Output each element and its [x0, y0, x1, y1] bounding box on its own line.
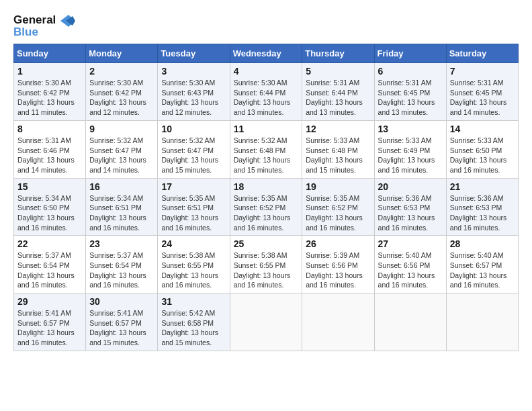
day-info: Sunrise: 5:32 AM Sunset: 6:47 PM Dayligh… [161, 136, 226, 175]
calendar-cell: 10 Sunrise: 5:32 AM Sunset: 6:47 PM Dayl… [158, 120, 230, 178]
day-number: 20 [378, 181, 443, 192]
calendar-cell: 6 Sunrise: 5:31 AM Sunset: 6:45 PM Dayli… [374, 63, 446, 121]
calendar-cell: 13 Sunrise: 5:33 AM Sunset: 6:49 PM Dayl… [374, 120, 446, 178]
calendar-table: SundayMondayTuesdayWednesdayThursdayFrid… [13, 44, 519, 351]
calendar-cell: 2 Sunrise: 5:30 AM Sunset: 6:42 PM Dayli… [86, 63, 158, 121]
calendar-cell: 5 Sunrise: 5:31 AM Sunset: 6:44 PM Dayli… [302, 63, 374, 121]
day-info: Sunrise: 5:33 AM Sunset: 6:48 PM Dayligh… [306, 136, 370, 175]
day-info: Sunrise: 5:38 AM Sunset: 6:55 PM Dayligh… [161, 250, 226, 290]
calendar-cell: 28 Sunrise: 5:40 AM Sunset: 6:57 PM Dayl… [446, 236, 518, 293]
day-number: 26 [306, 238, 370, 249]
calendar-cell: 21 Sunrise: 5:36 AM Sunset: 6:53 PM Dayl… [446, 178, 518, 236]
calendar-cell: 29 Sunrise: 5:41 AM Sunset: 6:57 PM Dayl… [14, 293, 86, 351]
weekday-header-sunday: Sunday [14, 44, 86, 63]
day-number: 17 [161, 181, 226, 192]
day-number: 6 [378, 66, 443, 77]
calendar-cell: 25 Sunrise: 5:38 AM Sunset: 6:55 PM Dayl… [230, 236, 302, 293]
day-number: 24 [161, 238, 226, 249]
weekday-header-tuesday: Tuesday [158, 44, 230, 63]
day-info: Sunrise: 5:39 AM Sunset: 6:56 PM Dayligh… [306, 250, 370, 290]
day-number: 14 [450, 124, 515, 134]
calendar-cell [446, 293, 518, 351]
calendar-cell: 3 Sunrise: 5:30 AM Sunset: 6:43 PM Dayli… [158, 63, 230, 121]
day-info: Sunrise: 5:33 AM Sunset: 6:50 PM Dayligh… [450, 136, 515, 175]
day-number: 28 [450, 238, 515, 249]
calendar-cell: 14 Sunrise: 5:33 AM Sunset: 6:50 PM Dayl… [446, 120, 518, 178]
day-number: 19 [306, 181, 370, 192]
calendar-cell: 19 Sunrise: 5:35 AM Sunset: 6:52 PM Dayl… [302, 178, 374, 236]
day-number: 13 [378, 124, 443, 134]
day-number: 3 [161, 66, 226, 77]
day-info: Sunrise: 5:34 AM Sunset: 6:51 PM Dayligh… [89, 193, 154, 233]
day-number: 23 [89, 238, 154, 249]
day-info: Sunrise: 5:41 AM Sunset: 6:57 PM Dayligh… [17, 308, 82, 348]
day-info: Sunrise: 5:31 AM Sunset: 6:45 PM Dayligh… [378, 78, 443, 118]
day-info: Sunrise: 5:31 AM Sunset: 6:45 PM Dayligh… [450, 78, 515, 118]
day-number: 18 [234, 181, 299, 192]
day-number: 22 [17, 238, 82, 249]
day-number: 31 [161, 296, 226, 307]
calendar-cell: 4 Sunrise: 5:30 AM Sunset: 6:44 PM Dayli… [230, 63, 302, 121]
calendar-cell: 17 Sunrise: 5:35 AM Sunset: 6:51 PM Dayl… [158, 178, 230, 236]
day-info: Sunrise: 5:31 AM Sunset: 6:46 PM Dayligh… [17, 136, 82, 175]
calendar-cell: 8 Sunrise: 5:31 AM Sunset: 6:46 PM Dayli… [14, 120, 86, 178]
day-info: Sunrise: 5:36 AM Sunset: 6:53 PM Dayligh… [450, 193, 515, 233]
day-number: 4 [234, 66, 299, 77]
day-number: 27 [378, 238, 443, 249]
calendar-cell: 23 Sunrise: 5:37 AM Sunset: 6:54 PM Dayl… [86, 236, 158, 293]
day-number: 15 [17, 181, 82, 192]
day-number: 25 [234, 238, 299, 249]
day-info: Sunrise: 5:33 AM Sunset: 6:49 PM Dayligh… [378, 136, 443, 175]
calendar-cell [302, 293, 374, 351]
day-info: Sunrise: 5:35 AM Sunset: 6:51 PM Dayligh… [161, 193, 226, 233]
day-number: 21 [450, 181, 515, 192]
day-number: 12 [306, 124, 370, 134]
calendar-cell: 22 Sunrise: 5:37 AM Sunset: 6:54 PM Dayl… [14, 236, 86, 293]
day-number: 10 [161, 124, 226, 134]
day-number: 5 [306, 66, 370, 77]
day-info: Sunrise: 5:41 AM Sunset: 6:57 PM Dayligh… [89, 308, 154, 348]
day-info: Sunrise: 5:40 AM Sunset: 6:57 PM Dayligh… [450, 250, 515, 290]
day-number: 16 [89, 181, 154, 192]
day-number: 11 [234, 124, 299, 134]
day-info: Sunrise: 5:35 AM Sunset: 6:52 PM Dayligh… [306, 193, 370, 233]
calendar-cell: 31 Sunrise: 5:42 AM Sunset: 6:58 PM Dayl… [158, 293, 230, 351]
day-info: Sunrise: 5:36 AM Sunset: 6:53 PM Dayligh… [378, 193, 443, 233]
logo: General Blue [13, 13, 75, 38]
day-info: Sunrise: 5:37 AM Sunset: 6:54 PM Dayligh… [17, 250, 82, 290]
weekday-header-thursday: Thursday [302, 44, 374, 63]
day-info: Sunrise: 5:35 AM Sunset: 6:52 PM Dayligh… [234, 193, 299, 233]
day-number: 9 [89, 124, 154, 134]
day-info: Sunrise: 5:40 AM Sunset: 6:56 PM Dayligh… [378, 250, 443, 290]
calendar-cell: 11 Sunrise: 5:32 AM Sunset: 6:48 PM Dayl… [230, 120, 302, 178]
calendar-cell: 24 Sunrise: 5:38 AM Sunset: 6:55 PM Dayl… [158, 236, 230, 293]
day-info: Sunrise: 5:32 AM Sunset: 6:47 PM Dayligh… [89, 136, 154, 175]
weekday-header-saturday: Saturday [446, 44, 518, 63]
day-info: Sunrise: 5:38 AM Sunset: 6:55 PM Dayligh… [234, 250, 299, 290]
calendar-cell: 9 Sunrise: 5:32 AM Sunset: 6:47 PM Dayli… [86, 120, 158, 178]
calendar-cell: 18 Sunrise: 5:35 AM Sunset: 6:52 PM Dayl… [230, 178, 302, 236]
weekday-header-monday: Monday [86, 44, 158, 63]
calendar-cell [374, 293, 446, 351]
day-info: Sunrise: 5:30 AM Sunset: 6:43 PM Dayligh… [161, 78, 226, 118]
weekday-header-friday: Friday [374, 44, 446, 63]
calendar-cell: 27 Sunrise: 5:40 AM Sunset: 6:56 PM Dayl… [374, 236, 446, 293]
calendar-cell: 20 Sunrise: 5:36 AM Sunset: 6:53 PM Dayl… [374, 178, 446, 236]
day-number: 8 [17, 124, 82, 134]
calendar-cell: 1 Sunrise: 5:30 AM Sunset: 6:42 PM Dayli… [14, 63, 86, 121]
calendar-cell: 30 Sunrise: 5:41 AM Sunset: 6:57 PM Dayl… [86, 293, 158, 351]
day-info: Sunrise: 5:37 AM Sunset: 6:54 PM Dayligh… [89, 250, 154, 290]
day-info: Sunrise: 5:30 AM Sunset: 6:42 PM Dayligh… [17, 78, 82, 118]
day-number: 2 [89, 66, 154, 77]
day-number: 7 [450, 66, 515, 77]
day-info: Sunrise: 5:31 AM Sunset: 6:44 PM Dayligh… [306, 78, 370, 118]
day-number: 1 [17, 66, 82, 77]
weekday-header-wednesday: Wednesday [230, 44, 302, 63]
calendar-cell: 16 Sunrise: 5:34 AM Sunset: 6:51 PM Dayl… [86, 178, 158, 236]
calendar-cell [230, 293, 302, 351]
calendar-cell: 15 Sunrise: 5:34 AM Sunset: 6:50 PM Dayl… [14, 178, 86, 236]
day-info: Sunrise: 5:30 AM Sunset: 6:44 PM Dayligh… [234, 78, 299, 118]
calendar-cell: 7 Sunrise: 5:31 AM Sunset: 6:45 PM Dayli… [446, 63, 518, 121]
day-info: Sunrise: 5:30 AM Sunset: 6:42 PM Dayligh… [89, 78, 154, 118]
day-number: 29 [17, 296, 82, 307]
